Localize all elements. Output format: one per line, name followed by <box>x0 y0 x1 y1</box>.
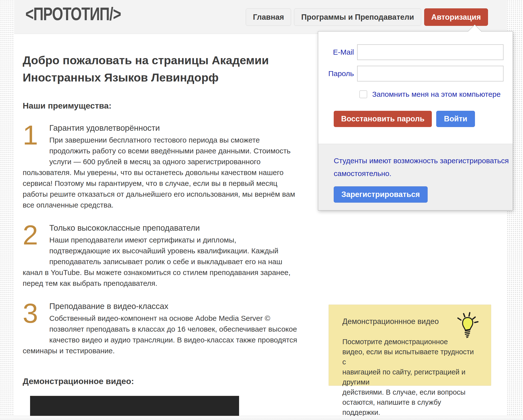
advantage-text: Наши преподаватели имеют сертификаты и д… <box>23 235 299 289</box>
site-logo[interactable]: <ПРОТОТИП/> <box>25 4 121 24</box>
nav-item-programs[interactable]: Программы и Преподаватели <box>294 8 421 26</box>
demo-note-box: Демонстрационнное видео Посмотрите д <box>329 305 491 386</box>
advantage-number: 2 <box>23 222 49 257</box>
advantage-number: 1 <box>23 122 49 157</box>
header: <ПРОТОТИП/> Главная Программы и Преподав… <box>14 0 507 34</box>
login-button[interactable]: Войти <box>436 111 475 127</box>
remember-checkbox[interactable] <box>359 90 367 98</box>
advantage-title: Гарантия удовлетворённости <box>23 122 299 134</box>
main-content: Добро пожаловать на страницы Академии Ин… <box>23 34 299 420</box>
login-buttons-row: Восстановить пароль Войти <box>334 111 475 127</box>
advantage-title: Только высококлассные преподаватели <box>23 222 299 234</box>
advantage-title: Преподавание в видео-классах <box>23 301 299 312</box>
students-note: Студенты имеют возможность зарегистриров… <box>334 154 513 180</box>
registration-section: Студенты имеют возможность зарегистриров… <box>318 144 513 210</box>
password-field[interactable] <box>357 66 504 81</box>
main-nav: Главная Программы и Преподаватели Автори… <box>246 8 488 26</box>
advantage-number: 3 <box>23 301 49 336</box>
demo-video-heading: Демонстрационное видео: <box>23 376 299 386</box>
horizontal-scrollbar[interactable] <box>0 416 523 420</box>
lightbulb-icon <box>453 311 480 341</box>
remember-label[interactable]: Запомнить меня на этом компьютере <box>372 90 501 98</box>
advantages-heading: Наши преимущества: <box>23 101 299 111</box>
remember-row: Запомнить меня на этом компьютере <box>359 90 501 98</box>
nav-item-auth[interactable]: Авторизация <box>424 8 488 26</box>
note-text: Посмотрите демонстрационное видео, если … <box>342 337 477 418</box>
login-panel: E-Mail Пароль Запомнить меня на этом ком… <box>318 31 513 210</box>
page-title: Добро пожаловать на страницы Академии Ин… <box>23 52 299 86</box>
restore-password-button[interactable]: Восстановить пароль <box>334 111 432 127</box>
advantage-item-3: 3 Преподавание в видео-классах Собственн… <box>23 301 299 356</box>
email-field[interactable] <box>357 44 504 60</box>
register-button[interactable]: Зарегистрироваться <box>334 186 428 203</box>
email-label: E-Mail <box>318 48 354 56</box>
nav-item-home[interactable]: Главная <box>246 8 291 26</box>
advantage-item-2: 2 Только высококлассные преподаватели На… <box>23 222 299 289</box>
email-row: E-Mail <box>318 44 513 60</box>
password-row: Пароль <box>318 66 513 81</box>
advantage-text: При завершении бесплатного тестового пер… <box>23 135 299 210</box>
advantage-text: Собственный видео-компонент на основе Ad… <box>23 313 299 356</box>
advantage-item-1: 1 Гарантия удовлетворённости При заверше… <box>23 122 299 210</box>
password-label: Пароль <box>318 69 354 78</box>
